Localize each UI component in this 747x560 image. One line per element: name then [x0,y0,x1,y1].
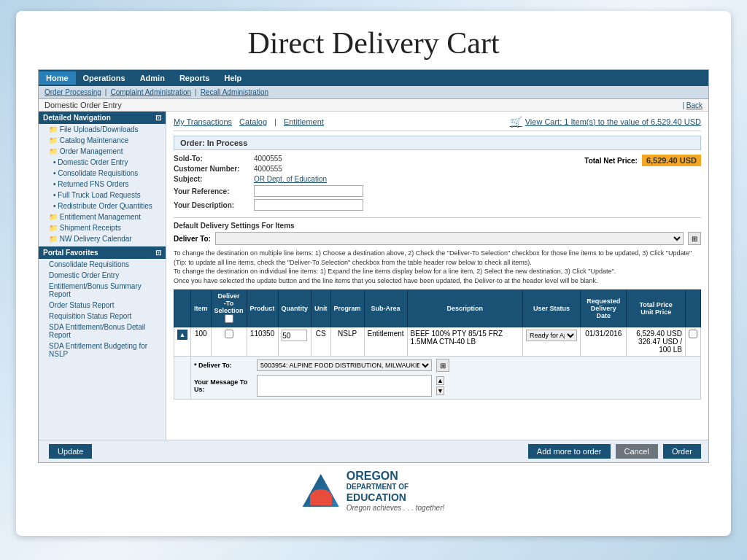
sidebar-nw-delivery-calendar[interactable]: 📁 NW Delivery Calendar [39,233,166,244]
page-header: Domestic Order Entry | Back [39,99,708,112]
fav-consolidate-requisitions[interactable]: Consolidate Requisitions [39,259,166,270]
back-link[interactable]: Back [686,101,703,109]
deliver-to-expanded-label: * Deliver To: [194,362,252,369]
row-status-select[interactable]: Ready for Approval [526,330,577,341]
col-item: Item [191,290,212,327]
your-reference-row: Your Reference: [174,185,363,197]
deliver-to-select[interactable] [215,232,684,245]
sidebar-entitlement-management[interactable]: 📁 Entitlement Management [39,211,166,222]
deliver-to-icon-btn[interactable]: ⊞ [688,232,701,245]
cart-icon: 🛒 [510,116,522,128]
row-program: NSLP [330,327,364,357]
app-window: Home Operations Admin Reports Help Order… [38,69,709,463]
form-section: Sold-To: 4000555 Customer Number: 400055… [174,155,701,213]
cart-header: My Transactions Catalog | Entitlement 🛒 … [174,116,701,131]
col-sub-area: Sub-Area [364,290,407,327]
select-all-checkbox[interactable] [225,314,233,323]
cancel-button[interactable]: Cancel [616,444,658,459]
breadcrumb-sep1: | [105,88,107,96]
sidebar-redistribute-quantities[interactable]: • Redistribute Order Quantities [39,201,166,211]
message-label: Your Message To Us: [194,378,252,393]
message-scroll-down[interactable]: ▼ [436,386,444,395]
table-row: ▲ 100 110350 CS NSLP Entitlement BEEF 10… [174,327,701,357]
row-sub-area: Entitlement [364,327,407,357]
order-status: Order: In Process [174,136,701,150]
order-button[interactable]: Order [663,444,701,459]
expanded-row: * Deliver To: 5003954: ALPINE FOOD DISTR… [174,357,701,400]
your-description-row: Your Description: [174,199,363,211]
col-unit: Unit [311,290,331,327]
sidebar-domestic-order-entry[interactable]: • Domestic Order Entry [39,157,166,168]
content-area: My Transactions Catalog | Entitlement 🛒 … [166,112,708,440]
message-textarea[interactable] [257,375,432,397]
nav-bar: Home Operations Admin Reports Help [39,70,708,86]
sidebar-order-management[interactable]: 📁 Order Management [39,146,166,157]
fav-sda-entitlement-bonus[interactable]: SDA Entitlement/Bonus Detail Report [39,322,166,341]
sidebar: Detailed Navigation ⊡ 📁 File Uploads/Dow… [39,112,166,440]
fav-sda-entitlement-budgeting[interactable]: SDA Entitlement Budgeting for NSLP [39,341,166,359]
breadcrumb-complaint-admin[interactable]: Complaint Administration [110,88,191,96]
row-unit: CS [311,327,331,357]
sidebar-file-uploads[interactable]: 📁 File Uploads/Downloads [39,124,166,135]
nav-item-admin[interactable]: Admin [133,71,172,85]
row-product: 110350 [247,327,278,357]
subject-link[interactable]: OR Dept. of Education [254,175,327,183]
portal-favorites-header: Portal Favorites ⊡ [39,246,166,259]
expanded-content: * Deliver To: 5003954: ALPINE FOOD DISTR… [194,359,697,397]
sidebar-catalog-maintenance[interactable]: 📁 Catalog Maintenance [39,135,166,146]
add-more-button[interactable]: Add more to order [528,444,611,459]
customer-number-row: Customer Number: 4000555 [174,165,363,173]
update-button[interactable]: Update [49,444,92,459]
detailed-nav-header: Detailed Navigation ⊡ [39,112,166,124]
col-expand [174,290,191,327]
cart-nav: My Transactions Catalog | Entitlement [174,117,324,126]
message-row: Your Message To Us: ▲ ▼ [194,375,697,397]
row-item: 100 [191,327,212,357]
sidebar-shipment-receipts[interactable]: 📁 Shipment Receipts [39,222,166,233]
subject-row: Subject: OR Dept. of Education [174,175,363,183]
info-text: To change the destination on multiple li… [174,249,701,285]
sidebar-full-truck-load[interactable]: • Full Truck Load Requests [39,190,166,201]
oregon-logo: OREGON DEPARTMENT OF EDUCATION Oregon ac… [303,469,445,512]
row-delete-checkbox[interactable] [689,330,697,338]
nav-item-operations[interactable]: Operations [76,71,133,85]
col-delete [685,290,700,327]
bottom-bar: Update Add more to order Cancel Order [39,440,708,462]
fav-domestic-order-entry[interactable]: Domestic Order Entry [39,270,166,281]
sold-to-row: Sold-To: 4000555 [174,155,363,163]
right-actions: Add more to order Cancel Order [525,444,701,459]
nav-item-help[interactable]: Help [217,71,249,85]
your-reference-input[interactable] [254,185,363,197]
nav-item-home[interactable]: Home [39,71,76,85]
fav-order-status-report[interactable]: Order Status Report [39,300,166,311]
your-description-input[interactable] [254,199,363,211]
breadcrumb-recall-admin[interactable]: Recall Administration [201,88,268,96]
fav-requisition-status[interactable]: Requisition Status Report [39,311,166,322]
total-net-price-value: 6,529.40 USD [642,155,701,166]
nav-item-reports[interactable]: Reports [172,71,217,85]
order-table: Item Deliver-ToSelection Product Quantit… [174,289,701,400]
main-layout: Detailed Navigation ⊡ 📁 File Uploads/Dow… [39,112,708,440]
view-cart-link[interactable]: 🛒 View Cart: 1 Item(s) to the value of 6… [510,116,701,128]
deliver-to-row: Deliver To: ⊞ [174,232,701,245]
row-quantity-input[interactable] [282,330,307,341]
total-net-price-section: Total Net Price: 6,529.40 USD [584,155,701,166]
sidebar-consolidate-requisitions[interactable]: • Consolidate Requisitions [39,168,166,179]
col-user-status: User Status [522,290,580,327]
catalog-link[interactable]: Catalog [239,117,267,126]
row-deliver-to-checkbox[interactable] [225,330,233,338]
page-title: Domestic Order Entry [44,101,122,109]
deliver-to-expanded-icon-btn[interactable]: ⊞ [436,359,449,372]
col-total-price: Total PriceUnit Price [627,290,686,327]
entitlement-link[interactable]: Entitlement [284,117,324,126]
fav-entitlement-bonus-summary[interactable]: Entitlement/Bonus Summary Report [39,281,166,300]
col-quantity: Quantity [278,290,311,327]
expand-btn[interactable]: ▲ [177,330,187,340]
message-scroll-up[interactable]: ▲ [436,376,444,385]
sidebar-returned-fns-orders[interactable]: • Returned FNS Orders [39,179,166,190]
my-transactions-link[interactable]: My Transactions [174,117,232,126]
breadcrumb-order-processing[interactable]: Order Processing [44,88,101,96]
deliver-to-expanded-select[interactable]: 5003954: ALPINE FOOD DISTRIBUTION, MILWA… [257,359,432,371]
slide-title: Direct Delivery Cart [247,26,499,61]
oregon-tagline: Oregon achieves . . . together! [347,504,445,512]
